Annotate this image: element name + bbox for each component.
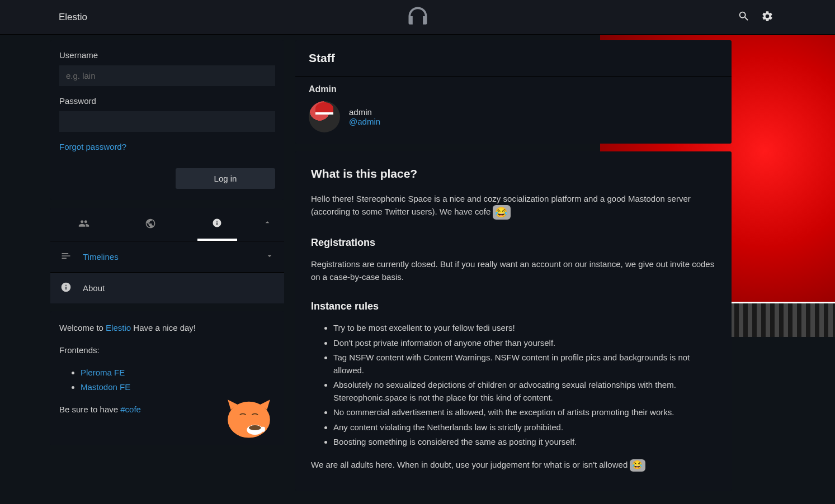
nav-item-timelines[interactable]: Timelines [50, 241, 284, 273]
rule-item: Boosting something is considered the sam… [333, 436, 716, 449]
gear-icon[interactable] [761, 10, 773, 24]
rule-item: No commercial advertisement is allowed, … [333, 406, 716, 419]
frontend-link-mastodon[interactable]: Mastodon FE [81, 382, 130, 392]
welcome-panel: Welcome to Elestio Have a nice day! Fron… [50, 311, 284, 445]
frontends-label: Frontends: [59, 344, 275, 357]
nav-item-about[interactable]: About [50, 273, 284, 303]
brand-title[interactable]: Elestio [59, 12, 87, 23]
password-label: Password [59, 96, 275, 106]
nav-panel: Timelines About [50, 208, 284, 303]
list-icon [60, 250, 72, 263]
about-intro: Hello there! Stereophonic Space is a nic… [311, 193, 716, 220]
cofe-emoji-icon [493, 205, 511, 220]
login-panel: Username Password Forgot password? Log i… [50, 40, 284, 200]
search-icon[interactable] [738, 10, 750, 24]
about-panel: What is this place? Hello there! Stereop… [295, 151, 732, 491]
username-label: Username [59, 50, 275, 60]
staff-row[interactable]: admin @admin [295, 98, 732, 144]
chevron-down-icon [265, 251, 274, 262]
rule-item: Don't post private information of anyone… [333, 337, 716, 350]
svg-rect-4 [261, 427, 265, 432]
users-icon [78, 221, 89, 231]
forgot-password-link[interactable]: Forgot password? [59, 142, 126, 151]
avatar [309, 101, 340, 132]
tab-info[interactable] [184, 208, 251, 241]
rule-item: Absolutely no sexualized depictions of c… [333, 379, 716, 404]
globe-icon [145, 221, 156, 231]
info-icon [60, 282, 72, 294]
rule-item: Any content violating the Netherlands la… [333, 421, 716, 434]
info-icon [212, 220, 222, 230]
staff-handle[interactable]: @admin [349, 117, 380, 126]
timelines-label: Timelines [83, 252, 119, 261]
frontend-link-pleroma[interactable]: Pleroma FE [81, 368, 125, 377]
about-heading: What is this place? [311, 165, 716, 183]
chevron-up-icon [263, 219, 272, 229]
about-label: About [83, 283, 105, 293]
emoji-icon [630, 459, 645, 472]
welcome-brand-link[interactable]: Elestio [106, 323, 131, 332]
cofe-hashtag-link[interactable]: #cofe [120, 405, 141, 414]
registrations-text: Registrations are currently closed. But … [311, 258, 716, 283]
about-closing: We are all adults here. When in doubt, u… [311, 459, 716, 472]
login-button[interactable]: Log in [176, 168, 275, 189]
frontends-list: Pleroma FE Mastodon FE [81, 366, 275, 394]
staff-name: admin [349, 107, 380, 117]
svg-point-5 [249, 425, 261, 430]
password-input[interactable] [59, 111, 275, 132]
tab-users[interactable] [50, 208, 117, 241]
tab-globe[interactable] [117, 208, 183, 241]
username-input[interactable] [59, 65, 275, 86]
staff-header: Staff [295, 40, 732, 77]
topbar: Elestio [0, 0, 835, 35]
rule-item: Tag NSFW content with Content Warnings. … [333, 351, 716, 377]
tab-collapse[interactable] [251, 208, 284, 241]
headphones-icon[interactable] [404, 4, 432, 30]
rules-heading: Instance rules [311, 299, 716, 314]
mascot-icon [224, 391, 274, 441]
staff-panel: Staff Admin admin @admin [295, 40, 732, 144]
rule-item: Try to be most excellent to your fellow … [333, 322, 716, 335]
staff-section-label: Admin [295, 77, 732, 98]
registrations-heading: Registrations [311, 235, 716, 250]
welcome-intro: Welcome to Elestio Have a nice day! [59, 321, 275, 335]
rules-list: Try to be most excellent to your fellow … [333, 322, 716, 449]
